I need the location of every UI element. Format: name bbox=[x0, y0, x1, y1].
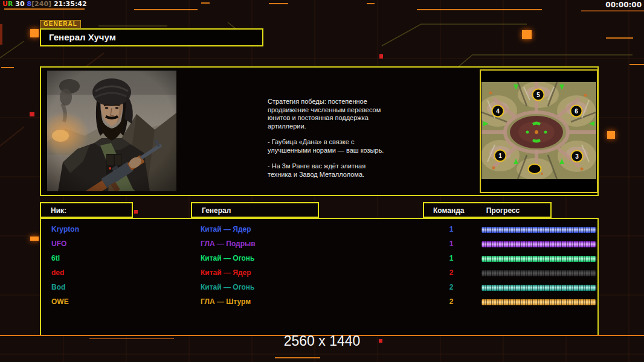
player-progress-bar bbox=[481, 241, 596, 247]
map-spot-number: 3 bbox=[575, 153, 579, 160]
player-general: Китай — Огонь bbox=[201, 283, 254, 291]
player-general: ГЛА — Подрыв bbox=[201, 240, 256, 248]
player-progress-bar bbox=[481, 270, 596, 276]
player-nick: 6tl bbox=[51, 254, 60, 262]
player-nick: UFO bbox=[51, 240, 66, 248]
player-nick: Krypton bbox=[51, 225, 79, 233]
map-spot-number: 6 bbox=[575, 108, 578, 115]
player-team: 1 bbox=[439, 254, 463, 262]
player-team: 2 bbox=[439, 268, 463, 277]
strategy-text: Стратегия победы: постепенное продвижени… bbox=[268, 98, 388, 186]
player-row: Krypton Китай — Ядер 1 bbox=[41, 223, 597, 237]
strategy-paragraph: - Гаубица «Дана» в связке с улучшенными … bbox=[268, 138, 388, 154]
column-header-nick: Ник: bbox=[40, 202, 133, 218]
map-spot-number: 5 bbox=[536, 92, 540, 98]
resolution-text: 2560 x 1440 bbox=[0, 333, 644, 349]
player-row: ded Китай — Ядер 2 bbox=[41, 266, 597, 281]
player-nick: ded bbox=[51, 268, 64, 277]
general-portrait-image bbox=[47, 71, 176, 191]
map-spot-empty bbox=[529, 164, 541, 174]
player-team: 2 bbox=[439, 283, 463, 291]
player-general: ГЛА — Штурм bbox=[201, 297, 251, 306]
column-header-team-label: Команда bbox=[433, 206, 464, 215]
general-tab: GENERAL bbox=[40, 20, 81, 28]
map-spot-number: 1 bbox=[498, 153, 502, 159]
player-nick: Bod bbox=[51, 283, 65, 291]
player-progress-bar bbox=[481, 285, 596, 291]
player-team: 2 bbox=[439, 297, 463, 306]
minimap: 54613 bbox=[480, 69, 598, 193]
status-clock: 21:35:42 bbox=[51, 0, 87, 8]
status-8: 8 bbox=[27, 0, 31, 8]
column-header-general: Генерал bbox=[191, 202, 319, 218]
general-info-panel: Стратегия победы: постепенное продвижени… bbox=[40, 66, 599, 196]
status-u: U bbox=[2, 0, 8, 8]
status-bracket: [240] bbox=[31, 0, 51, 8]
status-fps: 30 bbox=[13, 0, 27, 8]
player-nick: OWE bbox=[51, 297, 69, 306]
player-team: 1 bbox=[439, 240, 463, 248]
player-progress-bar bbox=[481, 256, 596, 262]
column-header-progress-label: Прогресс bbox=[486, 206, 520, 215]
general-name: Генерал Хучум bbox=[49, 32, 116, 42]
status-overlay-text: UR 30 8[240] 21:35:42 bbox=[2, 0, 87, 8]
column-header-team-progress: Команда Прогресс bbox=[423, 202, 552, 218]
player-progress-bar bbox=[481, 299, 596, 305]
player-general: Китай — Огонь bbox=[201, 254, 254, 262]
player-row: UFO ГЛА — Подрыв 1 bbox=[41, 237, 597, 252]
players-table: Krypton Китай — Ядер 1 UFO ГЛА — Подрыв … bbox=[40, 218, 599, 336]
minimap-image: 54613 bbox=[481, 82, 596, 179]
player-general: Китай — Ядер bbox=[201, 268, 251, 277]
strategy-paragraph: - На 3м Ранге вас ждёт элитная техника и… bbox=[268, 162, 388, 179]
player-row: OWE ГЛА — Штурм 2 bbox=[41, 295, 597, 310]
column-header-general-label: Генерал bbox=[202, 206, 231, 215]
strategy-paragraph: Стратегия победы: постепенное продвижени… bbox=[268, 98, 388, 130]
match-timer: 00:00:00 bbox=[605, 1, 642, 9]
column-header-nick-label: Ник: bbox=[51, 206, 66, 215]
map-spot-number: 4 bbox=[496, 108, 500, 115]
general-title-box: Генерал Хучум bbox=[40, 28, 263, 46]
player-row: Bod Китай — Огонь 2 bbox=[41, 281, 597, 295]
player-general: Китай — Ядер bbox=[201, 225, 251, 233]
player-row: 6tl Китай — Огонь 1 bbox=[41, 252, 597, 266]
players-rows: Krypton Китай — Ядер 1 UFO ГЛА — Подрыв … bbox=[41, 223, 597, 310]
player-progress-bar bbox=[481, 227, 596, 233]
loading-screen: UR 30 8[240] 21:35:42 00:00:00 GENERAL Г… bbox=[0, 0, 644, 362]
player-team: 1 bbox=[439, 225, 463, 233]
